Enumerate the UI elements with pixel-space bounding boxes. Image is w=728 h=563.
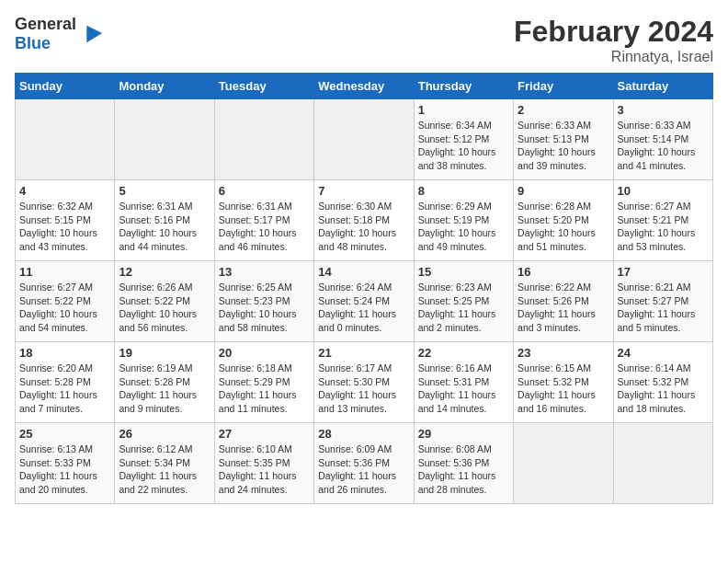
day-number: 9 [518,184,609,198]
calendar-cell [16,99,115,180]
day-number: 20 [219,346,310,360]
calendar-cell: 19Sunrise: 6:19 AM Sunset: 5:28 PM Dayli… [115,342,214,423]
week-row-3: 11Sunrise: 6:27 AM Sunset: 5:22 PM Dayli… [16,261,713,342]
calendar-cell: 8Sunrise: 6:29 AM Sunset: 5:19 PM Daylig… [414,180,513,261]
day-number: 26 [119,427,210,441]
logo-general: General [15,15,76,33]
day-info: Sunrise: 6:09 AM Sunset: 5:36 PM Dayligh… [318,442,409,497]
calendar-cell: 21Sunrise: 6:17 AM Sunset: 5:30 PM Dayli… [314,342,414,423]
day-info: Sunrise: 6:08 AM Sunset: 5:36 PM Dayligh… [418,442,509,497]
day-number: 3 [618,103,709,117]
day-info: Sunrise: 6:31 AM Sunset: 5:17 PM Dayligh… [219,200,310,254]
day-info: Sunrise: 6:33 AM Sunset: 5:13 PM Dayligh… [518,119,609,173]
day-number: 4 [19,184,110,198]
location: Rinnatya, Israel [514,49,713,65]
month-title: February 2024 [514,15,713,49]
day-number: 29 [418,427,509,441]
day-info: Sunrise: 6:25 AM Sunset: 5:23 PM Dayligh… [219,281,310,335]
day-info: Sunrise: 6:26 AM Sunset: 5:22 PM Dayligh… [119,281,210,335]
calendar-cell: 7Sunrise: 6:30 AM Sunset: 5:18 PM Daylig… [314,180,414,261]
calendar-cell: 24Sunrise: 6:14 AM Sunset: 5:32 PM Dayli… [613,342,712,423]
day-number: 18 [19,346,110,360]
day-info: Sunrise: 6:27 AM Sunset: 5:22 PM Dayligh… [19,281,110,335]
calendar-cell: 28Sunrise: 6:09 AM Sunset: 5:36 PM Dayli… [314,423,414,504]
day-info: Sunrise: 6:20 AM Sunset: 5:28 PM Dayligh… [19,362,110,416]
day-info: Sunrise: 6:12 AM Sunset: 5:34 PM Dayligh… [119,442,210,497]
calendar-cell: 9Sunrise: 6:28 AM Sunset: 5:20 PM Daylig… [514,180,613,261]
title-section: February 2024 Rinnatya, Israel [514,15,713,65]
header-cell-monday: Monday [115,74,214,99]
calendar-cell: 20Sunrise: 6:18 AM Sunset: 5:29 PM Dayli… [214,342,313,423]
day-info: Sunrise: 6:18 AM Sunset: 5:29 PM Dayligh… [219,362,310,416]
logo: General Blue [15,15,104,53]
calendar-cell: 1Sunrise: 6:34 AM Sunset: 5:12 PM Daylig… [414,99,513,180]
calendar-cell: 11Sunrise: 6:27 AM Sunset: 5:22 PM Dayli… [16,261,115,342]
day-info: Sunrise: 6:34 AM Sunset: 5:12 PM Dayligh… [418,119,509,173]
day-number: 7 [318,184,409,198]
day-number: 2 [518,103,609,117]
day-info: Sunrise: 6:31 AM Sunset: 5:16 PM Dayligh… [119,200,210,254]
day-number: 21 [318,346,409,360]
day-info: Sunrise: 6:16 AM Sunset: 5:31 PM Dayligh… [418,362,509,416]
week-row-4: 18Sunrise: 6:20 AM Sunset: 5:28 PM Dayli… [16,342,713,423]
calendar-cell: 5Sunrise: 6:31 AM Sunset: 5:16 PM Daylig… [115,180,214,261]
header-cell-tuesday: Tuesday [214,74,313,99]
calendar-cell: 14Sunrise: 6:24 AM Sunset: 5:24 PM Dayli… [314,261,414,342]
calendar-cell [115,99,214,180]
day-info: Sunrise: 6:23 AM Sunset: 5:25 PM Dayligh… [418,281,509,335]
day-info: Sunrise: 6:22 AM Sunset: 5:26 PM Dayligh… [518,281,609,335]
calendar-cell: 13Sunrise: 6:25 AM Sunset: 5:23 PM Dayli… [214,261,313,342]
day-number: 13 [219,265,310,279]
calendar-cell: 27Sunrise: 6:10 AM Sunset: 5:35 PM Dayli… [214,423,313,504]
calendar-cell: 25Sunrise: 6:13 AM Sunset: 5:33 PM Dayli… [16,423,115,504]
logo-icon [78,21,104,47]
day-info: Sunrise: 6:19 AM Sunset: 5:28 PM Dayligh… [119,362,210,416]
calendar-cell: 4Sunrise: 6:32 AM Sunset: 5:15 PM Daylig… [16,180,115,261]
calendar-cell: 26Sunrise: 6:12 AM Sunset: 5:34 PM Dayli… [115,423,214,504]
day-info: Sunrise: 6:15 AM Sunset: 5:32 PM Dayligh… [518,362,609,416]
header-cell-wednesday: Wednesday [314,74,414,99]
calendar-cell: 16Sunrise: 6:22 AM Sunset: 5:26 PM Dayli… [514,261,613,342]
day-number: 8 [418,184,509,198]
page-header: General Blue February 2024 Rinnatya, Isr… [15,15,713,65]
calendar-cell [613,423,712,504]
week-row-1: 1Sunrise: 6:34 AM Sunset: 5:12 PM Daylig… [16,99,713,180]
day-number: 15 [418,265,509,279]
day-number: 17 [618,265,709,279]
day-number: 22 [418,346,509,360]
day-info: Sunrise: 6:28 AM Sunset: 5:20 PM Dayligh… [518,200,609,254]
day-number: 1 [418,103,509,117]
logo-blue: Blue [15,34,51,52]
day-number: 6 [219,184,310,198]
day-info: Sunrise: 6:10 AM Sunset: 5:35 PM Dayligh… [219,442,310,497]
day-info: Sunrise: 6:17 AM Sunset: 5:30 PM Dayligh… [318,362,409,416]
header-cell-friday: Friday [514,74,613,99]
day-number: 5 [119,184,210,198]
calendar-cell: 6Sunrise: 6:31 AM Sunset: 5:17 PM Daylig… [214,180,313,261]
calendar-cell: 22Sunrise: 6:16 AM Sunset: 5:31 PM Dayli… [414,342,513,423]
calendar-cell [314,99,414,180]
day-number: 25 [19,427,110,441]
calendar-body: 1Sunrise: 6:34 AM Sunset: 5:12 PM Daylig… [16,99,713,504]
calendar-cell: 2Sunrise: 6:33 AM Sunset: 5:13 PM Daylig… [514,99,613,180]
calendar-table: SundayMondayTuesdayWednesdayThursdayFrid… [15,73,713,504]
calendar-cell [514,423,613,504]
day-info: Sunrise: 6:14 AM Sunset: 5:32 PM Dayligh… [618,362,709,416]
calendar-cell: 29Sunrise: 6:08 AM Sunset: 5:36 PM Dayli… [414,423,513,504]
day-number: 23 [518,346,609,360]
calendar-cell [214,99,313,180]
header-cell-sunday: Sunday [16,74,115,99]
day-info: Sunrise: 6:29 AM Sunset: 5:19 PM Dayligh… [418,200,509,254]
day-number: 27 [219,427,310,441]
calendar-cell: 15Sunrise: 6:23 AM Sunset: 5:25 PM Dayli… [414,261,513,342]
day-number: 16 [518,265,609,279]
calendar-cell: 18Sunrise: 6:20 AM Sunset: 5:28 PM Dayli… [16,342,115,423]
day-number: 11 [19,265,110,279]
day-number: 14 [318,265,409,279]
calendar-cell: 17Sunrise: 6:21 AM Sunset: 5:27 PM Dayli… [613,261,712,342]
day-info: Sunrise: 6:32 AM Sunset: 5:15 PM Dayligh… [19,200,110,254]
calendar-header: SundayMondayTuesdayWednesdayThursdayFrid… [16,74,713,99]
header-cell-saturday: Saturday [613,74,712,99]
day-info: Sunrise: 6:33 AM Sunset: 5:14 PM Dayligh… [618,119,709,173]
day-number: 10 [618,184,709,198]
